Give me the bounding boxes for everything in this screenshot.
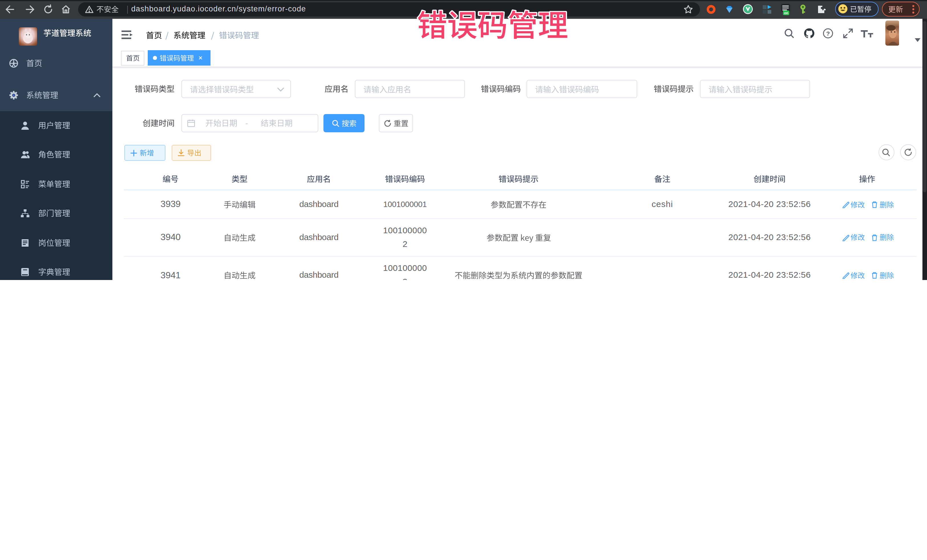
svg-text:?: ? [826, 30, 830, 37]
svg-text:on: on [784, 11, 788, 15]
